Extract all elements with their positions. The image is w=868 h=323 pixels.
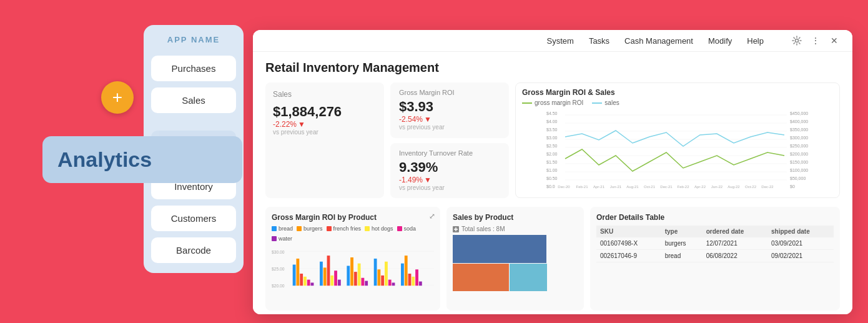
- svg-rect-83: [453, 264, 509, 291]
- gross-margin-change: -2.54%▼: [399, 115, 500, 124]
- svg-rect-54: [311, 282, 314, 286]
- menu-cash-management[interactable]: Cash Management: [624, 36, 693, 46]
- svg-text:Oct-22: Oct-22: [745, 185, 757, 189]
- sku-2: 002617046-9: [596, 250, 661, 262]
- svg-rect-70: [385, 262, 388, 286]
- svg-text:Apr-21: Apr-21: [593, 185, 605, 189]
- ordered-1: 12/07/2021: [703, 237, 767, 250]
- menu-tasks[interactable]: Tasks: [589, 36, 609, 46]
- bottom-row: Gross Margin ROI by Product ⤢ bread burg…: [265, 207, 840, 311]
- sidebar-item-purchases[interactable]: Purchases: [151, 56, 236, 81]
- legend-bread: bread: [272, 226, 293, 232]
- table-row: 001607498-X burgers 12/07/2021 03/09/202…: [596, 237, 834, 250]
- svg-rect-64: [358, 264, 361, 286]
- order-table: SKU type ordered date shipped date 00160…: [596, 226, 834, 262]
- inventory-turnover-card: Inventory Turnover Rate 9.39% -1.49%▼ vs…: [390, 143, 509, 199]
- expand-icon[interactable]: ⤢: [429, 212, 435, 221]
- svg-text:$250,000: $250,000: [790, 144, 808, 148]
- svg-text:Feb-22: Feb-22: [677, 185, 689, 189]
- svg-text:$50,000: $50,000: [790, 176, 806, 181]
- sales-value: $1,884,276: [273, 104, 377, 120]
- svg-point-0: [796, 39, 799, 42]
- table-row: 002617046-9 bread 06/08/2022 09/02/2021: [596, 250, 834, 262]
- svg-text:$100,000: $100,000: [790, 168, 808, 172]
- svg-rect-68: [377, 269, 380, 286]
- svg-rect-71: [388, 280, 392, 286]
- type-2: bread: [661, 250, 703, 262]
- svg-text:$0.0: $0.0: [546, 184, 555, 189]
- type-1: burgers: [661, 237, 703, 250]
- col-shipped: shipped date: [767, 226, 834, 237]
- order-details-card: Order Details Table SKU type ordered dat…: [590, 207, 840, 311]
- svg-text:$300,000: $300,000: [790, 136, 808, 140]
- svg-text:$400,000: $400,000: [790, 119, 808, 124]
- svg-text:$450,000: $450,000: [790, 111, 808, 116]
- sales-product-chart: [453, 235, 578, 291]
- settings-icon[interactable]: [791, 35, 802, 46]
- svg-rect-57: [327, 256, 330, 286]
- line-chart-area: Gross Margin ROI & Sales gross margin RO…: [515, 82, 840, 198]
- svg-text:$1.00: $1.00: [546, 168, 558, 172]
- svg-text:$3.50: $3.50: [546, 127, 558, 132]
- legend-gross-margin: gross margin ROI: [522, 99, 583, 106]
- shipped-1: 03/09/2021: [767, 237, 834, 250]
- svg-text:$3.00: $3.00: [546, 136, 558, 140]
- legend-water: water: [272, 236, 292, 242]
- sales-change: -2.22%▼: [273, 120, 377, 129]
- gross-margin-card: Gross Margin ROI $3.93 -2.54%▼ vs previo…: [390, 82, 509, 138]
- svg-rect-73: [401, 264, 404, 286]
- add-button[interactable]: +: [101, 81, 134, 114]
- legend-hot-dogs: hot dogs: [365, 226, 393, 232]
- sidebar-item-sales[interactable]: Sales: [151, 87, 236, 113]
- menu-modify[interactable]: Modify: [708, 36, 732, 46]
- close-icon[interactable]: ✕: [829, 35, 840, 46]
- col-type: type: [661, 226, 703, 237]
- order-details-title: Order Details Table: [596, 213, 834, 222]
- sidebar-item-customers[interactable]: Customers: [151, 206, 236, 231]
- sales-by-product-title: Sales by Product: [453, 213, 578, 222]
- svg-rect-75: [408, 274, 412, 286]
- svg-text:Dec-21: Dec-21: [660, 185, 673, 189]
- svg-rect-56: [323, 267, 327, 286]
- svg-rect-82: [453, 235, 546, 263]
- inventory-turnover-vs: vs previous year: [399, 184, 500, 191]
- svg-text:$150,000: $150,000: [790, 160, 808, 164]
- gross-margin-value: $3.93: [399, 99, 500, 115]
- bar-chart-svg: $30.00 $25.00 $20.00: [272, 246, 434, 302]
- svg-text:Dec-20: Dec-20: [558, 185, 570, 189]
- legend-burgers: burgers: [297, 226, 323, 232]
- svg-rect-51: [300, 274, 303, 286]
- svg-text:$1.50: $1.50: [546, 160, 558, 164]
- svg-rect-65: [361, 278, 364, 286]
- sidebar-item-barcode[interactable]: Barcode: [151, 237, 236, 263]
- svg-rect-53: [307, 280, 310, 286]
- svg-rect-50: [296, 259, 299, 286]
- svg-text:$2.00: $2.00: [546, 152, 558, 156]
- svg-text:Jun-21: Jun-21: [610, 185, 622, 189]
- line-chart-title: Gross Margin ROI & Sales: [522, 88, 833, 97]
- line-chart-legend: gross margin ROI sales: [522, 99, 833, 106]
- main-window: System Tasks Cash Management Modify Help…: [253, 30, 852, 314]
- inventory-turnover-value: 9.39%: [399, 159, 500, 176]
- svg-rect-67: [374, 259, 377, 286]
- total-sales-label: Total sales : 8M: [453, 226, 578, 232]
- kpi-column: Gross Margin ROI $3.93 -2.54%▼ vs previo…: [390, 82, 509, 198]
- svg-text:$0: $0: [790, 184, 795, 189]
- svg-rect-59: [334, 271, 337, 286]
- svg-rect-61: [347, 266, 350, 286]
- svg-rect-77: [415, 269, 418, 286]
- menu-help[interactable]: Help: [747, 36, 764, 46]
- svg-text:Aug-22: Aug-22: [727, 185, 740, 189]
- menu-bar: System Tasks Cash Management Modify Help…: [253, 30, 852, 52]
- sku-1: 001607498-X: [596, 237, 661, 250]
- svg-text:$25.00: $25.00: [272, 267, 285, 271]
- more-icon[interactable]: ⋮: [810, 35, 821, 46]
- svg-rect-62: [350, 257, 353, 286]
- legend-sales: sales: [592, 99, 619, 106]
- shipped-2: 09/02/2021: [767, 250, 834, 262]
- svg-rect-72: [392, 282, 395, 286]
- svg-text:Apr-22: Apr-22: [694, 185, 706, 189]
- menu-system[interactable]: System: [547, 36, 574, 46]
- analytics-label: Analytics: [42, 136, 242, 183]
- svg-text:$200,000: $200,000: [790, 152, 808, 156]
